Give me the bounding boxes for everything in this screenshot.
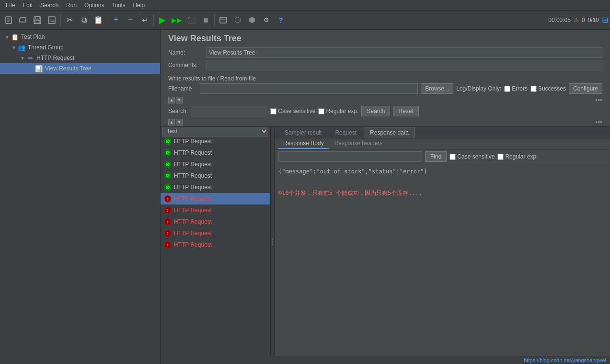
list-item-5[interactable]: HTTP Request: [161, 182, 270, 193]
successes-checkbox-label[interactable]: Successes: [530, 85, 566, 92]
name-row: Name:: [168, 47, 602, 58]
svg-rect-23: [167, 234, 168, 235]
menu-help[interactable]: Help: [129, 1, 149, 10]
regular-exp-checkbox[interactable]: [318, 108, 324, 114]
list-item-7[interactable]: HTTP Request: [161, 205, 270, 216]
function-helper-button[interactable]: ⚙: [260, 13, 273, 27]
shutdown-button[interactable]: ⏹: [199, 13, 212, 27]
templates-button[interactable]: [217, 13, 230, 27]
svg-point-16: [167, 198, 169, 199]
tree-item-view-results-tree[interactable]: 📊 View Results Tree: [0, 63, 160, 74]
browse-button[interactable]: Browse...: [421, 83, 453, 94]
list-item-10[interactable]: HTTP Request: [161, 239, 270, 250]
toggle-http-request[interactable]: ▼: [19, 56, 26, 61]
list-item-label-10: HTTP Request: [174, 241, 212, 248]
case-sensitive-label[interactable]: Case sensitive: [270, 108, 315, 114]
filename-input[interactable]: [200, 83, 418, 94]
tab-sampler-result[interactable]: Sampler result: [278, 127, 328, 138]
find-button[interactable]: Find: [425, 151, 447, 162]
copy-button[interactable]: ⧉: [77, 13, 91, 27]
status-url[interactable]: https://blog.csdn.net/yangshangwei: [524, 357, 606, 363]
list-item-3[interactable]: HTTP Request: [161, 159, 270, 170]
configure-button[interactable]: Configure: [569, 83, 602, 94]
menu-tools[interactable]: Tools: [108, 1, 129, 10]
text-dropdown[interactable]: Text HTML JSON XML Document: [162, 127, 268, 136]
success-icon-4: [163, 171, 172, 180]
help-button[interactable]: ?: [274, 13, 288, 27]
menu-options[interactable]: Options: [81, 1, 108, 10]
list-item-4[interactable]: HTTP Request: [161, 170, 270, 182]
add-button[interactable]: +: [109, 13, 123, 27]
name-input[interactable]: [207, 47, 602, 58]
search-input[interactable]: [191, 106, 267, 116]
arrow-down-btn-1[interactable]: ▼: [176, 97, 183, 103]
successes-checkbox[interactable]: [530, 86, 537, 92]
comments-input[interactable]: [207, 60, 602, 70]
sub-tab-response-headers[interactable]: Response headers: [330, 138, 388, 149]
arrow-down-btn-2[interactable]: ▼: [176, 119, 183, 125]
view-results-label: View Results Tree: [45, 65, 92, 72]
toggle-thread-group[interactable]: ▼: [11, 45, 17, 50]
menu-file[interactable]: File: [2, 1, 19, 10]
stop-button[interactable]: ⬛: [184, 13, 198, 27]
drag-handle[interactable]: [271, 127, 275, 356]
new-button[interactable]: [2, 13, 15, 27]
log-display-label: Log/Display Only:: [456, 85, 501, 92]
warning-icon: ⚠: [574, 17, 579, 23]
regular-exp-label[interactable]: Regular exp.: [318, 108, 358, 114]
menu-edit[interactable]: Edit: [19, 1, 36, 10]
regular-exp-text: Regular exp.: [326, 108, 358, 114]
find-input[interactable]: [278, 151, 422, 162]
errors-checkbox[interactable]: [504, 86, 510, 92]
start-no-pauses-button[interactable]: ▶▶: [170, 13, 184, 27]
find-case-sensitive-checkbox[interactable]: [449, 154, 456, 160]
thread-group-label: Thread Group: [28, 44, 64, 51]
list-item-8[interactable]: HTTP Request: [161, 216, 270, 228]
arrow-up-btn-1[interactable]: ▲: [168, 97, 175, 103]
list-item-2[interactable]: HTTP Request: [161, 147, 270, 159]
remote-start-button[interactable]: ⬡: [231, 13, 244, 27]
svg-rect-6: [35, 21, 40, 23]
svg-text:SA: SA: [50, 19, 55, 23]
tree-item-test-plan[interactable]: ▼ 📋 Test Plan: [0, 32, 160, 42]
remote-stop-button[interactable]: ⬢: [245, 13, 259, 27]
sub-tab-response-body[interactable]: Response Body: [278, 138, 329, 149]
toggle-test-plan[interactable]: ▼: [4, 34, 11, 40]
cut-button[interactable]: ✂: [63, 13, 76, 27]
start-button[interactable]: ▶: [156, 13, 169, 27]
list-item-label-9: HTTP Request: [174, 230, 212, 237]
list-item-6[interactable]: HTTP Request: [161, 193, 270, 205]
find-regular-exp-label[interactable]: Regular exp.: [497, 153, 538, 160]
reset-button[interactable]: Reset: [393, 106, 418, 116]
file-section: Write results to file / Read from file F…: [161, 74, 610, 96]
tab-request[interactable]: Request: [329, 127, 363, 138]
tree-item-http-request[interactable]: ▼ ✏ HTTP Request: [0, 53, 160, 63]
save-button[interactable]: [31, 13, 44, 27]
subtract-button[interactable]: −: [124, 13, 137, 27]
find-regular-exp-checkbox[interactable]: [497, 154, 504, 160]
file-section-label: Write results to file / Read from file: [168, 75, 602, 82]
divider-row-1: ▲ ▼ •••: [161, 96, 610, 104]
save-as-button[interactable]: SA: [45, 13, 58, 27]
find-case-sensitive-label[interactable]: Case sensitive: [449, 153, 495, 160]
errors-checkbox-label[interactable]: Errors: [504, 85, 528, 92]
open-button[interactable]: [16, 13, 30, 27]
menu-run[interactable]: Run: [62, 1, 81, 10]
more-button-1[interactable]: •••: [595, 96, 602, 104]
arrow-up-btn-2[interactable]: ▲: [168, 119, 175, 125]
undo-button[interactable]: ↩: [138, 13, 151, 27]
svg-point-20: [167, 221, 169, 222]
list-item-9[interactable]: HTTP Request: [161, 228, 270, 239]
menu-search[interactable]: Search: [36, 1, 62, 10]
list-panel-header: Text HTML JSON XML Document: [161, 127, 270, 136]
expand-button[interactable]: ⊞: [602, 15, 608, 24]
paste-button[interactable]: 📋: [92, 13, 105, 27]
more-button-2[interactable]: •••: [595, 118, 602, 126]
content-panel: Sampler result Request Response data Res…: [275, 127, 610, 356]
tree-item-thread-group[interactable]: ▼ 👥 Thread Group: [0, 42, 160, 53]
case-sensitive-checkbox[interactable]: [270, 108, 276, 114]
toolbar-sep-4: [214, 14, 215, 26]
list-item-1[interactable]: HTTP Request: [161, 136, 270, 147]
tab-response-data[interactable]: Response data: [364, 127, 415, 138]
search-button[interactable]: Search: [361, 106, 390, 116]
